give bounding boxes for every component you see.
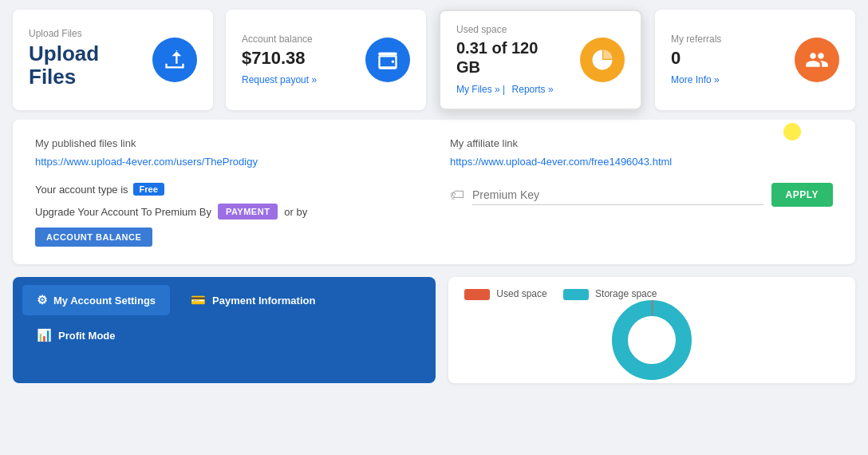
chart-panel: Used space Storage space <box>448 277 855 383</box>
my-account-settings-tab[interactable]: ⚙ My Account Settings <box>22 285 170 315</box>
svg-rect-0 <box>378 53 397 56</box>
upload-icon-circle <box>152 38 197 82</box>
account-balance-value: $710.38 <box>242 48 317 69</box>
upload-files-label: Upload Files <box>29 28 99 39</box>
upgrade-label: Upgrade Your Account To Premium By <box>35 206 211 218</box>
top-tabs-row: ⚙ My Account Settings 💳 Payment Informat… <box>22 285 426 315</box>
account-balance-button[interactable]: ACCOUNT BALANCE <box>35 228 152 247</box>
donut-chart <box>464 308 839 372</box>
account-balance-label: Account balance <box>242 34 317 45</box>
pie-icon-circle <box>580 38 625 82</box>
top-cards-row: Upload Files Upload Files Account balanc… <box>0 0 868 120</box>
account-balance-card[interactable]: Account balance $710.38 Request payout » <box>226 10 426 110</box>
account-type-row: Your account type is Free <box>35 183 418 196</box>
pie-chart-icon <box>590 48 614 72</box>
my-referrals-value: 0 <box>671 48 721 69</box>
wallet-icon <box>377 49 399 71</box>
used-space-text: Used space 0.31 of 120 GB My Files » | R… <box>456 24 554 96</box>
affiliate-label: My affiliate link <box>450 137 833 149</box>
upload-icon <box>164 49 186 71</box>
premium-key-input[interactable] <box>472 185 763 205</box>
middle-left-col: My published files link https://www.uplo… <box>35 137 418 247</box>
my-referrals-text: My referrals 0 More Info » <box>671 34 721 86</box>
wallet-icon-circle <box>365 38 410 82</box>
premium-key-row: 🏷 APPLY <box>450 183 833 207</box>
account-type-label: Your account type is <box>35 184 128 196</box>
used-space-value: 0.31 of 120 GB <box>456 38 554 77</box>
payment-information-tab[interactable]: 💳 Payment Information <box>176 285 329 315</box>
reports-link[interactable]: Reports » <box>512 84 554 95</box>
payment-button[interactable]: PAYMENT <box>218 204 278 220</box>
used-space-links: My Files » | Reports » <box>456 81 554 96</box>
used-space-legend-dot <box>464 289 490 300</box>
people-icon-circle <box>795 38 839 82</box>
donut-svg <box>608 296 696 384</box>
upload-files-text: Upload Files Upload Files <box>29 28 99 91</box>
bottom-tabs-row: 📊 Profit Mode <box>22 320 426 350</box>
profit-mode-label: Profit Mode <box>58 330 116 342</box>
upload-files-card[interactable]: Upload Files Upload Files <box>13 10 213 110</box>
or-by-label: or by <box>284 206 307 218</box>
used-space-card[interactable]: Used space 0.31 of 120 GB My Files » | R… <box>439 10 642 110</box>
my-files-link[interactable]: My Files » | <box>456 84 505 95</box>
middle-right-col: My affiliate link https://www.upload-4ev… <box>450 137 833 247</box>
profit-mode-tab[interactable]: 📊 Profit Mode <box>22 320 130 350</box>
used-space-label: Used space <box>456 24 554 35</box>
my-referrals-label: My referrals <box>671 34 721 45</box>
account-balance-text: Account balance $710.38 Request payout » <box>242 34 317 86</box>
storage-space-legend-dot <box>563 289 589 300</box>
affiliate-link[interactable]: https://www.upload-4ever.com/free1496043… <box>450 156 672 168</box>
published-link[interactable]: https://www.upload-4ever.com/users/ThePr… <box>35 156 258 168</box>
more-info-link[interactable]: More Info » <box>671 74 720 85</box>
bottom-tabs-panel: ⚙ My Account Settings 💳 Payment Informat… <box>13 277 436 383</box>
free-badge: Free <box>133 183 164 196</box>
upload-files-value: Upload Files <box>29 42 99 88</box>
credit-card-icon: 💳 <box>191 293 206 307</box>
payment-information-label: Payment Information <box>212 295 315 307</box>
my-account-settings-label: My Account Settings <box>53 295 156 307</box>
request-payout-link[interactable]: Request payout » <box>242 74 317 85</box>
middle-section: My published files link https://www.uplo… <box>13 120 855 264</box>
tag-icon: 🏷 <box>450 187 464 204</box>
apply-button[interactable]: APPLY <box>771 183 833 207</box>
published-label: My published files link <box>35 137 418 149</box>
settings-icon: ⚙ <box>37 293 47 307</box>
middle-row: My published files link https://www.uplo… <box>35 137 833 247</box>
upgrade-row: Upgrade Your Account To Premium By PAYME… <box>35 204 418 220</box>
svg-point-3 <box>629 318 674 362</box>
people-icon <box>805 48 829 72</box>
bottom-section: ⚙ My Account Settings 💳 Payment Informat… <box>13 277 855 383</box>
profit-icon: 📊 <box>37 328 52 342</box>
my-referrals-card[interactable]: My referrals 0 More Info » <box>655 10 855 110</box>
legend-used-space: Used space <box>464 288 547 300</box>
used-space-legend-label: Used space <box>496 288 546 299</box>
